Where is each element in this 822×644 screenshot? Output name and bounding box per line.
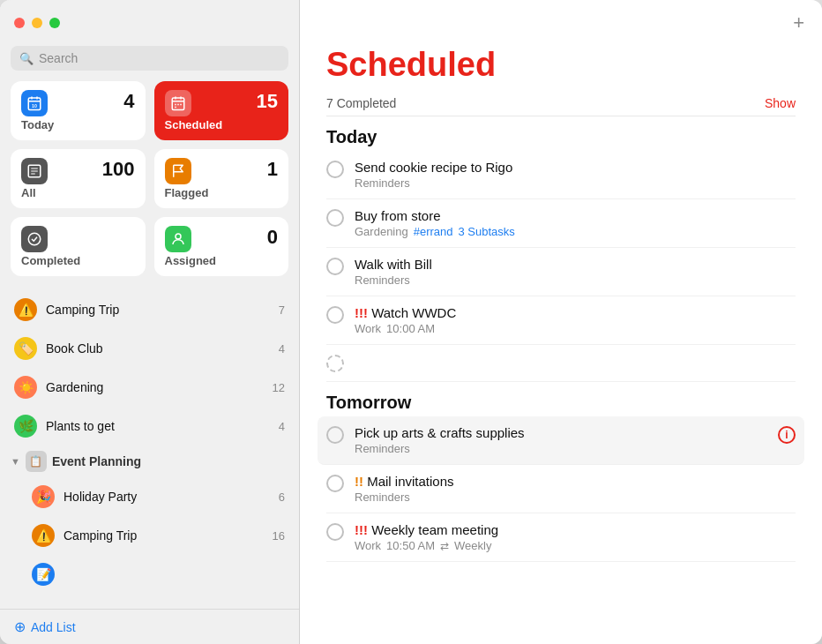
chevron-down-icon: ▼ [11, 456, 20, 467]
reminder-checkbox[interactable] [326, 426, 344, 444]
plants-count: 4 [279, 420, 285, 433]
reminder-item[interactable]: !!! Watch WWDC Work 10:00 AM [326, 296, 796, 345]
list-item-more[interactable]: 📝 [0, 555, 299, 594]
section-header-today: Today [326, 127, 796, 147]
plants-name: Plants to get [46, 419, 270, 433]
reminder-title-text: Weekly team meeting [371, 522, 498, 537]
reminder-body: Pick up arts & crafts supplies Reminders [355, 425, 767, 455]
add-list-icon: ⊕ [14, 618, 26, 635]
smart-list-scheduled[interactable]: 15 Scheduled [154, 81, 289, 140]
all-count: 100 [102, 158, 135, 181]
reminder-list: Work [355, 539, 381, 552]
search-bar[interactable]: 🔍 Search [11, 46, 288, 71]
search-placeholder: Search [39, 51, 78, 65]
smart-list-all[interactable]: 100 All [11, 149, 146, 208]
reminder-item[interactable]: Buy from store Gardening #errand 3 Subta… [326, 199, 796, 248]
assigned-count: 0 [267, 226, 278, 249]
reminder-checkbox[interactable] [326, 258, 344, 275]
list-item-bookclub[interactable]: 🏷️ Book Club 4 [0, 329, 299, 368]
minimize-button[interactable] [32, 18, 42, 28]
all-icon [21, 158, 48, 184]
reminder-checkbox[interactable] [326, 306, 344, 324]
priority-label: !!! [355, 305, 368, 320]
main-toolbar: + [300, 0, 822, 46]
svg-rect-11 [180, 104, 182, 106]
reminder-meta: Reminders [355, 490, 796, 504]
reminder-checkbox[interactable] [326, 161, 344, 178]
page-title: Scheduled [326, 46, 796, 84]
smart-list-today[interactable]: 10 4 Today [11, 81, 146, 140]
subtasks-link[interactable]: 3 Subtasks [459, 225, 515, 238]
gardening-count: 12 [273, 381, 285, 394]
reminder-body: Send cookie recipe to Rigo Reminders [355, 160, 796, 190]
svg-text:10: 10 [32, 103, 37, 109]
reminder-list: Reminders [355, 176, 410, 190]
bookclub-name: Book Club [46, 341, 270, 356]
gardening-name: Gardening [46, 380, 264, 394]
reminder-checkbox[interactable] [326, 209, 344, 227]
add-reminder-button[interactable]: + [793, 13, 804, 33]
svg-rect-9 [175, 104, 176, 106]
reminder-title: !!! Watch WWDC [355, 305, 796, 320]
reminder-repeat-label: Weekly [454, 539, 491, 552]
reminder-body: !! Mail invitations Reminders [355, 474, 796, 504]
reminder-list: Reminders [355, 490, 410, 504]
completed-row: 7 Completed Show [326, 91, 796, 116]
reminder-meta: Work 10:50 AM ⇄ Weekly [355, 539, 796, 552]
flagged-count: 1 [267, 158, 278, 181]
camping2-icon: ⚠️ [32, 524, 55, 547]
reminder-item[interactable]: Send cookie recipe to Rigo Reminders [326, 151, 796, 199]
camping-icon: ⚠️ [14, 298, 37, 321]
info-icon[interactable]: i [778, 426, 796, 444]
list-item-camping2[interactable]: ⚠️ Camping Trip 16 [0, 516, 299, 555]
reminder-time: 10:00 AM [386, 322, 435, 335]
reminder-time: 10:50 AM [386, 539, 435, 552]
main-panel: + Scheduled 7 Completed Show Today Send … [300, 0, 822, 644]
reminder-body: Walk with Bill Reminders [355, 257, 796, 287]
today-icon: 10 [21, 90, 48, 116]
list-item-camping[interactable]: ⚠️ Camping Trip 7 [0, 290, 299, 329]
group-icon: 📋 [26, 451, 47, 472]
smart-list-assigned[interactable]: 0 Assigned [154, 217, 289, 276]
smart-list-completed[interactable]: Completed [11, 217, 146, 276]
maximize-button[interactable] [49, 18, 60, 28]
holiday-name: Holiday Party [64, 490, 270, 504]
close-button[interactable] [14, 18, 25, 28]
today-count: 4 [123, 90, 134, 113]
reminder-item[interactable]: !!! Weekly team meeting Work 10:50 AM ⇄ … [326, 513, 796, 562]
list-item-gardening[interactable]: ☀️ Gardening 12 [0, 368, 299, 407]
list-item-plants[interactable]: 🌿 Plants to get 4 [0, 407, 299, 446]
camping-name: Camping Trip [46, 303, 270, 317]
sidebar: 🔍 Search 10 4 Today [0, 0, 300, 644]
reminder-item-empty[interactable] [326, 345, 796, 382]
reminder-meta: Reminders [355, 273, 796, 287]
reminder-meta: Gardening #errand 3 Subtasks [355, 225, 796, 238]
reminder-checkbox-dashed[interactable] [326, 355, 344, 372]
reminder-list: Reminders [355, 273, 410, 287]
camping-count: 7 [279, 303, 285, 317]
show-completed-button[interactable]: Show [765, 96, 796, 110]
list-item-holiday[interactable]: 🎉 Holiday Party 6 [0, 477, 299, 516]
plants-icon: 🌿 [14, 415, 37, 438]
today-label: Today [21, 118, 135, 131]
reminder-title-text: Watch WWDC [371, 305, 456, 320]
all-label: All [21, 186, 135, 199]
add-list-bar[interactable]: ⊕ Add List [0, 609, 299, 644]
reminder-meta: Reminders [355, 176, 796, 190]
reminder-title: Send cookie recipe to Rigo [355, 160, 796, 175]
smart-list-flagged[interactable]: 1 Flagged [154, 149, 289, 208]
event-planning-group[interactable]: ▼ 📋 Event Planning [0, 446, 299, 477]
reminder-item-highlighted[interactable]: Pick up arts & crafts supplies Reminders… [318, 416, 804, 465]
scheduled-count: 15 [257, 90, 278, 113]
reminder-body: !!! Weekly team meeting Work 10:50 AM ⇄ … [355, 522, 796, 552]
reminder-item[interactable]: !! Mail invitations Reminders [326, 465, 796, 513]
reminder-checkbox[interactable] [326, 523, 344, 541]
reminder-item[interactable]: Walk with Bill Reminders [326, 248, 796, 296]
reminder-meta: Work 10:00 AM [355, 322, 796, 335]
svg-rect-12 [175, 107, 176, 109]
reminder-body: Buy from store Gardening #errand 3 Subta… [355, 208, 796, 238]
reminder-list: Gardening [355, 225, 408, 238]
holiday-icon: 🎉 [32, 485, 55, 508]
reminder-checkbox[interactable] [326, 475, 344, 492]
camping2-name: Camping Trip [64, 528, 264, 543]
